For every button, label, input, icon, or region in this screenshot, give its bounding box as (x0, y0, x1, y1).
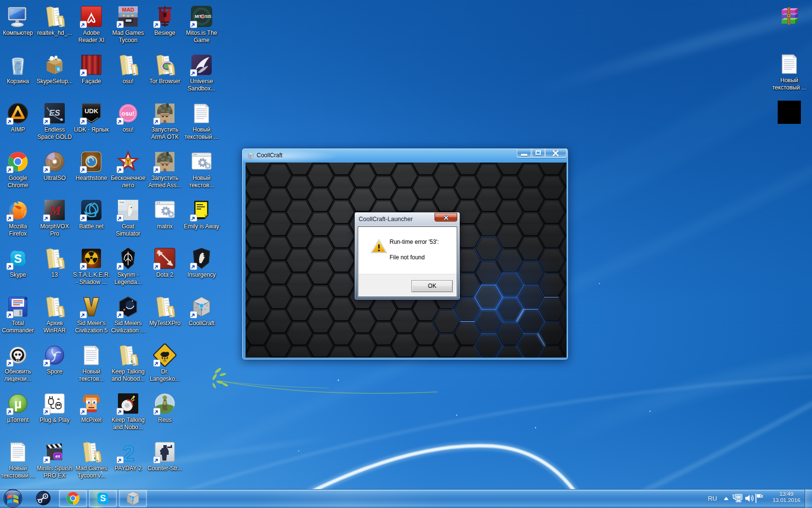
svg-text:S: S (14, 252, 22, 265)
svg-text:MAD: MAD (122, 7, 134, 13)
svg-text:SIS: SIS (205, 15, 212, 19)
svg-text:MIT: MIT (195, 15, 202, 19)
svg-text:µ: µ (14, 397, 22, 411)
svg-text:S: S (100, 493, 106, 503)
svg-text:ex: ex (55, 454, 60, 459)
svg-text:M: M (49, 204, 61, 218)
svg-text:UDK: UDK (85, 107, 99, 115)
svg-text:S: S (57, 67, 59, 72)
svg-text:osu!: osu! (122, 110, 134, 117)
svg-text:2: 2 (122, 441, 135, 463)
svg-text:Goat: Goat (119, 201, 125, 204)
svg-text:!!!: !!! (163, 359, 166, 362)
